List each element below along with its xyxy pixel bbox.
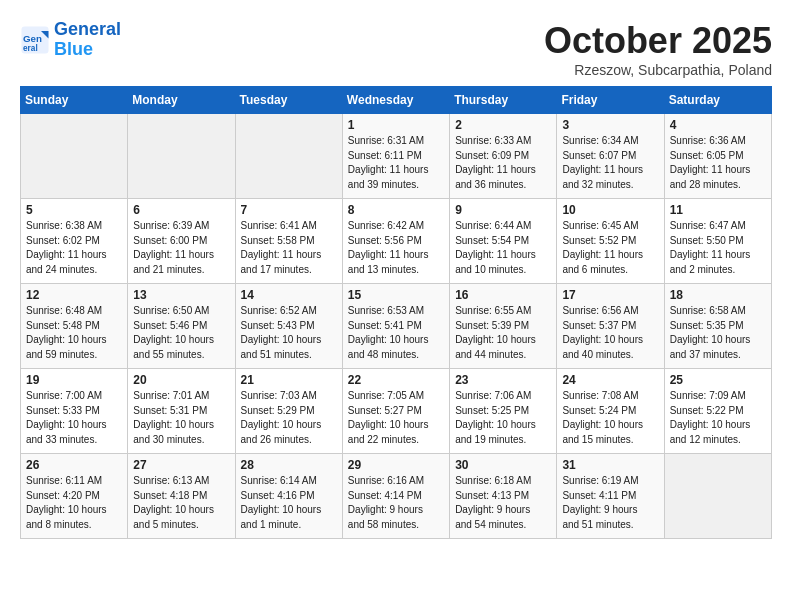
day-info: Sunrise: 6:42 AM Sunset: 5:56 PM Dayligh… — [348, 219, 444, 277]
day-number: 20 — [133, 373, 229, 387]
calendar-cell: 30Sunrise: 6:18 AM Sunset: 4:13 PM Dayli… — [450, 454, 557, 539]
calendar-cell: 23Sunrise: 7:06 AM Sunset: 5:25 PM Dayli… — [450, 369, 557, 454]
day-info: Sunrise: 7:06 AM Sunset: 5:25 PM Dayligh… — [455, 389, 551, 447]
calendar-cell — [21, 114, 128, 199]
day-number: 12 — [26, 288, 122, 302]
calendar-cell: 6Sunrise: 6:39 AM Sunset: 6:00 PM Daylig… — [128, 199, 235, 284]
day-number: 11 — [670, 203, 766, 217]
logo: Gen eral GeneralBlue — [20, 20, 121, 60]
calendar-week-5: 26Sunrise: 6:11 AM Sunset: 4:20 PM Dayli… — [21, 454, 772, 539]
day-number: 23 — [455, 373, 551, 387]
day-info: Sunrise: 6:55 AM Sunset: 5:39 PM Dayligh… — [455, 304, 551, 362]
day-number: 4 — [670, 118, 766, 132]
day-number: 16 — [455, 288, 551, 302]
header-friday: Friday — [557, 87, 664, 114]
day-info: Sunrise: 7:08 AM Sunset: 5:24 PM Dayligh… — [562, 389, 658, 447]
calendar-cell: 1Sunrise: 6:31 AM Sunset: 6:11 PM Daylig… — [342, 114, 449, 199]
day-number: 1 — [348, 118, 444, 132]
day-number: 18 — [670, 288, 766, 302]
calendar-cell — [235, 114, 342, 199]
calendar-cell: 19Sunrise: 7:00 AM Sunset: 5:33 PM Dayli… — [21, 369, 128, 454]
day-info: Sunrise: 6:13 AM Sunset: 4:18 PM Dayligh… — [133, 474, 229, 532]
day-info: Sunrise: 6:38 AM Sunset: 6:02 PM Dayligh… — [26, 219, 122, 277]
day-number: 5 — [26, 203, 122, 217]
day-number: 21 — [241, 373, 337, 387]
calendar-cell: 27Sunrise: 6:13 AM Sunset: 4:18 PM Dayli… — [128, 454, 235, 539]
calendar-cell: 15Sunrise: 6:53 AM Sunset: 5:41 PM Dayli… — [342, 284, 449, 369]
calendar-week-4: 19Sunrise: 7:00 AM Sunset: 5:33 PM Dayli… — [21, 369, 772, 454]
day-info: Sunrise: 6:47 AM Sunset: 5:50 PM Dayligh… — [670, 219, 766, 277]
day-info: Sunrise: 6:44 AM Sunset: 5:54 PM Dayligh… — [455, 219, 551, 277]
day-info: Sunrise: 6:33 AM Sunset: 6:09 PM Dayligh… — [455, 134, 551, 192]
header-wednesday: Wednesday — [342, 87, 449, 114]
day-number: 26 — [26, 458, 122, 472]
day-info: Sunrise: 6:39 AM Sunset: 6:00 PM Dayligh… — [133, 219, 229, 277]
day-info: Sunrise: 6:48 AM Sunset: 5:48 PM Dayligh… — [26, 304, 122, 362]
calendar-cell: 8Sunrise: 6:42 AM Sunset: 5:56 PM Daylig… — [342, 199, 449, 284]
day-info: Sunrise: 6:45 AM Sunset: 5:52 PM Dayligh… — [562, 219, 658, 277]
calendar-cell: 11Sunrise: 6:47 AM Sunset: 5:50 PM Dayli… — [664, 199, 771, 284]
calendar-cell: 4Sunrise: 6:36 AM Sunset: 6:05 PM Daylig… — [664, 114, 771, 199]
month-title: October 2025 — [544, 20, 772, 62]
day-info: Sunrise: 7:05 AM Sunset: 5:27 PM Dayligh… — [348, 389, 444, 447]
day-info: Sunrise: 6:14 AM Sunset: 4:16 PM Dayligh… — [241, 474, 337, 532]
calendar-cell: 13Sunrise: 6:50 AM Sunset: 5:46 PM Dayli… — [128, 284, 235, 369]
header-tuesday: Tuesday — [235, 87, 342, 114]
day-number: 2 — [455, 118, 551, 132]
svg-text:Gen: Gen — [23, 32, 42, 43]
day-number: 7 — [241, 203, 337, 217]
calendar-cell: 21Sunrise: 7:03 AM Sunset: 5:29 PM Dayli… — [235, 369, 342, 454]
day-info: Sunrise: 7:03 AM Sunset: 5:29 PM Dayligh… — [241, 389, 337, 447]
calendar-cell: 24Sunrise: 7:08 AM Sunset: 5:24 PM Dayli… — [557, 369, 664, 454]
day-number: 19 — [26, 373, 122, 387]
day-number: 27 — [133, 458, 229, 472]
header-thursday: Thursday — [450, 87, 557, 114]
day-number: 17 — [562, 288, 658, 302]
day-info: Sunrise: 6:34 AM Sunset: 6:07 PM Dayligh… — [562, 134, 658, 192]
calendar-week-3: 12Sunrise: 6:48 AM Sunset: 5:48 PM Dayli… — [21, 284, 772, 369]
day-info: Sunrise: 6:18 AM Sunset: 4:13 PM Dayligh… — [455, 474, 551, 532]
calendar-table: SundayMondayTuesdayWednesdayThursdayFrid… — [20, 86, 772, 539]
day-info: Sunrise: 6:58 AM Sunset: 5:35 PM Dayligh… — [670, 304, 766, 362]
day-number: 28 — [241, 458, 337, 472]
calendar-cell: 31Sunrise: 6:19 AM Sunset: 4:11 PM Dayli… — [557, 454, 664, 539]
location-subtitle: Rzeszow, Subcarpathia, Poland — [544, 62, 772, 78]
logo-icon: Gen eral — [20, 25, 50, 55]
day-info: Sunrise: 6:41 AM Sunset: 5:58 PM Dayligh… — [241, 219, 337, 277]
calendar-cell: 16Sunrise: 6:55 AM Sunset: 5:39 PM Dayli… — [450, 284, 557, 369]
page-header: Gen eral GeneralBlue October 2025 Rzeszo… — [20, 20, 772, 78]
day-number: 8 — [348, 203, 444, 217]
calendar-cell — [128, 114, 235, 199]
calendar-cell: 17Sunrise: 6:56 AM Sunset: 5:37 PM Dayli… — [557, 284, 664, 369]
day-info: Sunrise: 6:31 AM Sunset: 6:11 PM Dayligh… — [348, 134, 444, 192]
day-info: Sunrise: 6:56 AM Sunset: 5:37 PM Dayligh… — [562, 304, 658, 362]
day-info: Sunrise: 6:50 AM Sunset: 5:46 PM Dayligh… — [133, 304, 229, 362]
day-info: Sunrise: 6:16 AM Sunset: 4:14 PM Dayligh… — [348, 474, 444, 532]
calendar-cell: 26Sunrise: 6:11 AM Sunset: 4:20 PM Dayli… — [21, 454, 128, 539]
day-number: 25 — [670, 373, 766, 387]
day-number: 3 — [562, 118, 658, 132]
calendar-cell: 3Sunrise: 6:34 AM Sunset: 6:07 PM Daylig… — [557, 114, 664, 199]
day-number: 15 — [348, 288, 444, 302]
calendar-cell: 20Sunrise: 7:01 AM Sunset: 5:31 PM Dayli… — [128, 369, 235, 454]
title-block: October 2025 Rzeszow, Subcarpathia, Pola… — [544, 20, 772, 78]
day-number: 24 — [562, 373, 658, 387]
day-number: 13 — [133, 288, 229, 302]
day-number: 22 — [348, 373, 444, 387]
day-number: 14 — [241, 288, 337, 302]
logo-text: GeneralBlue — [54, 20, 121, 60]
calendar-cell: 25Sunrise: 7:09 AM Sunset: 5:22 PM Dayli… — [664, 369, 771, 454]
day-info: Sunrise: 6:36 AM Sunset: 6:05 PM Dayligh… — [670, 134, 766, 192]
calendar-cell: 9Sunrise: 6:44 AM Sunset: 5:54 PM Daylig… — [450, 199, 557, 284]
calendar-cell: 28Sunrise: 6:14 AM Sunset: 4:16 PM Dayli… — [235, 454, 342, 539]
calendar-cell: 10Sunrise: 6:45 AM Sunset: 5:52 PM Dayli… — [557, 199, 664, 284]
day-number: 10 — [562, 203, 658, 217]
header-saturday: Saturday — [664, 87, 771, 114]
day-number: 6 — [133, 203, 229, 217]
svg-text:eral: eral — [23, 43, 38, 52]
day-info: Sunrise: 6:11 AM Sunset: 4:20 PM Dayligh… — [26, 474, 122, 532]
day-number: 30 — [455, 458, 551, 472]
day-number: 9 — [455, 203, 551, 217]
calendar-cell: 29Sunrise: 6:16 AM Sunset: 4:14 PM Dayli… — [342, 454, 449, 539]
calendar-cell: 18Sunrise: 6:58 AM Sunset: 5:35 PM Dayli… — [664, 284, 771, 369]
